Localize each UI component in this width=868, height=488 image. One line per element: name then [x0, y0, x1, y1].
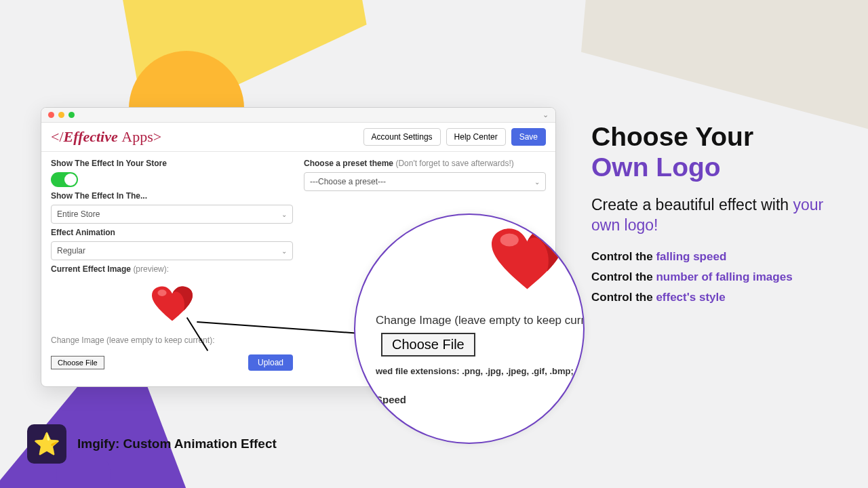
change-image-label: Change Image (leave empty to keep curren…	[51, 336, 293, 345]
brand-logo: </Effective Apps>	[51, 128, 161, 146]
feature-1: Control the falling speed	[591, 250, 852, 264]
preset-select[interactable]: ---Choose a preset---⌄	[304, 172, 546, 191]
feature-2: Control the number of falling images	[591, 270, 852, 284]
show-in-select[interactable]: Entire Store⌄	[51, 205, 293, 224]
help-center-button[interactable]: Help Center	[446, 128, 506, 146]
mag-choose-file-button[interactable]: Choose File	[381, 333, 475, 357]
mag-extensions-label: wed file extensions: .png, .jpg, .jpeg, …	[376, 366, 574, 376]
promo-panel: Choose YourOwn Logo Create a beautiful e…	[591, 122, 852, 311]
mag-change-label: Change Image (leave empty to keep curren…	[376, 314, 585, 327]
magnifier-circle: Change Image (leave empty to keep curren…	[354, 214, 585, 444]
app-name: Imgify: Custom Animation Effect	[77, 436, 277, 451]
close-icon[interactable]	[48, 112, 54, 118]
animation-select[interactable]: Regular⌄	[51, 241, 293, 260]
bg-triangle-pale	[581, 0, 868, 140]
svg-point-1	[500, 234, 519, 247]
window-chrome: ⌄	[41, 108, 555, 123]
animation-label: Effect Animation	[51, 228, 293, 237]
mag-speed-label: Speed	[376, 394, 406, 405]
app-footer: ⭐ Imgify: Custom Animation Effect	[27, 424, 277, 464]
maximize-icon[interactable]	[68, 112, 75, 118]
upload-button[interactable]: Upload	[248, 354, 293, 371]
current-image-label: Current Effect Image (preview):	[51, 264, 293, 274]
save-button[interactable]: Save	[511, 128, 546, 146]
account-settings-button[interactable]: Account Settings	[363, 128, 441, 146]
subheading: Create a beautiful effect with your own …	[591, 195, 852, 236]
app-icon: ⭐	[27, 424, 66, 464]
left-column: Show The Effect In Your Store Show The E…	[51, 155, 293, 386]
preset-label: Choose a preset theme (Don't forget to s…	[304, 159, 546, 168]
chevron-down-icon[interactable]: ⌄	[542, 110, 549, 119]
topbar: </Effective Apps> Account Settings Help …	[41, 123, 555, 152]
svg-point-0	[157, 289, 166, 296]
minimize-icon[interactable]	[58, 112, 64, 118]
show-effect-toggle[interactable]	[51, 172, 78, 187]
show-in-label: Show The Effect In The...	[51, 191, 293, 201]
choose-file-button[interactable]: Choose File	[51, 356, 104, 369]
feature-3: Control the effect's style	[591, 291, 852, 304]
headline: Choose YourOwn Logo	[591, 122, 852, 183]
show-effect-label: Show The Effect In Your Store	[51, 159, 293, 168]
